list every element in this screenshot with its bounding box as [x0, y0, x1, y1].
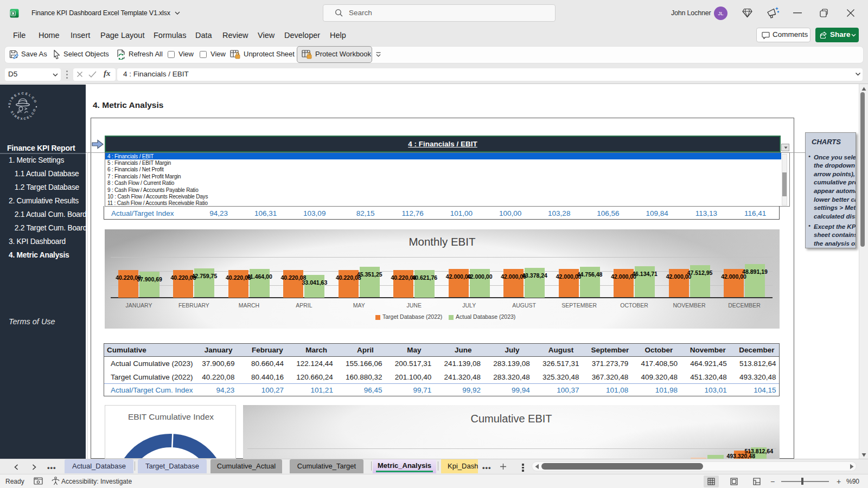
- svg-text:SIREXCELCO: SIREXCELCO: [10, 107, 37, 120]
